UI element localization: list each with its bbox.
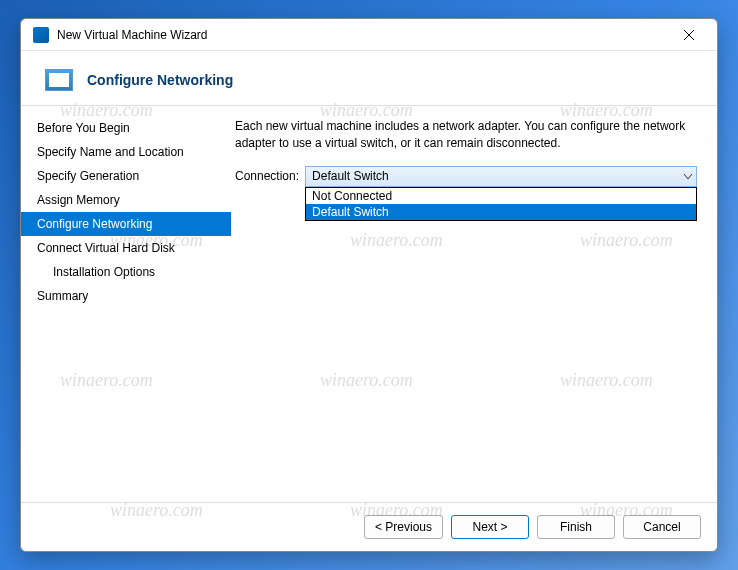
step-specify-generation[interactable]: Specify Generation xyxy=(21,164,231,188)
step-specify-name[interactable]: Specify Name and Location xyxy=(21,140,231,164)
page-title: Configure Networking xyxy=(87,72,233,88)
chevron-down-icon xyxy=(684,169,692,183)
wizard-body: Before You Begin Specify Name and Locati… xyxy=(21,106,717,502)
step-assign-memory[interactable]: Assign Memory xyxy=(21,188,231,212)
wizard-dialog: New Virtual Machine Wizard Configure Net… xyxy=(20,18,718,552)
connection-selected-value: Default Switch xyxy=(312,169,389,183)
close-icon xyxy=(684,30,694,40)
cancel-button[interactable]: Cancel xyxy=(623,515,701,539)
wizard-content: Each new virtual machine includes a netw… xyxy=(231,106,717,502)
connection-dropdown: Not Connected Default Switch xyxy=(305,187,697,221)
step-connect-vhd[interactable]: Connect Virtual Hard Disk xyxy=(21,236,231,260)
connection-option-not-connected[interactable]: Not Connected xyxy=(306,188,696,204)
step-before-you-begin[interactable]: Before You Begin xyxy=(21,116,231,140)
window-title: New Virtual Machine Wizard xyxy=(57,28,669,42)
description-text: Each new virtual machine includes a netw… xyxy=(235,118,697,152)
finish-button[interactable]: Finish xyxy=(537,515,615,539)
wizard-steps-sidebar: Before You Begin Specify Name and Locati… xyxy=(21,106,231,502)
step-configure-networking[interactable]: Configure Networking xyxy=(21,212,231,236)
connection-combobox[interactable]: Default Switch xyxy=(305,166,697,187)
connection-row: Connection: Default Switch Not Connected… xyxy=(235,166,697,187)
step-summary[interactable]: Summary xyxy=(21,284,231,308)
connection-combo[interactable]: Default Switch Not Connected Default Swi… xyxy=(305,166,697,187)
close-button[interactable] xyxy=(669,21,709,49)
next-button[interactable]: Next > xyxy=(451,515,529,539)
previous-button[interactable]: < Previous xyxy=(364,515,443,539)
wizard-footer: < Previous Next > Finish Cancel xyxy=(21,502,717,551)
monitor-icon xyxy=(45,69,73,91)
connection-label: Connection: xyxy=(235,169,299,183)
app-icon xyxy=(33,27,49,43)
connection-option-default-switch[interactable]: Default Switch xyxy=(306,204,696,220)
step-installation-options[interactable]: Installation Options xyxy=(21,260,231,284)
titlebar: New Virtual Machine Wizard xyxy=(21,19,717,51)
wizard-header: Configure Networking xyxy=(21,51,717,106)
